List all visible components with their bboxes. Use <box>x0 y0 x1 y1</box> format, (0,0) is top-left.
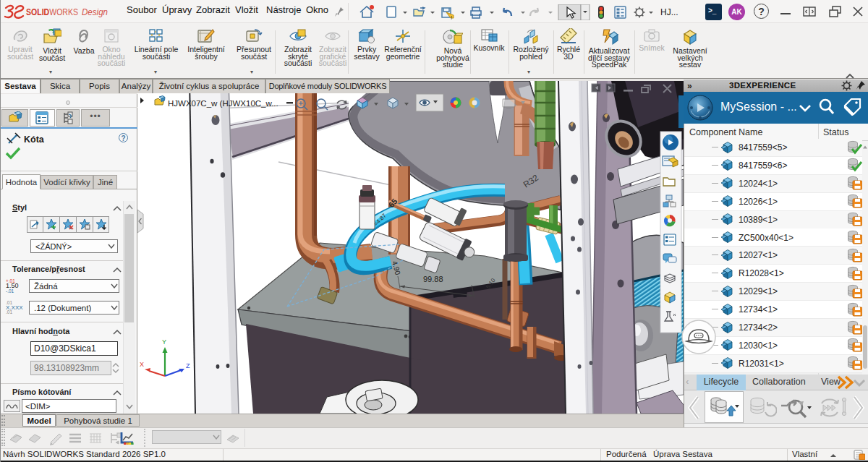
svg-text:HJWX07C_w (HJWX10C_w...: HJWX07C_w (HJWX10C_w... <box>168 99 278 108</box>
svg-text:!: ! <box>451 14 452 20</box>
svg-text:X: X <box>140 361 144 368</box>
svg-text:Design: Design <box>82 7 108 17</box>
svg-text:SOLIDWORKS: SOLIDWORKS <box>26 7 78 17</box>
svg-text:Y: Y <box>162 338 166 346</box>
svg-text:99.88: 99.88 <box>423 275 443 283</box>
svg-text:Z: Z <box>186 362 190 369</box>
svg-text:HJ...: HJ... <box>660 7 678 17</box>
